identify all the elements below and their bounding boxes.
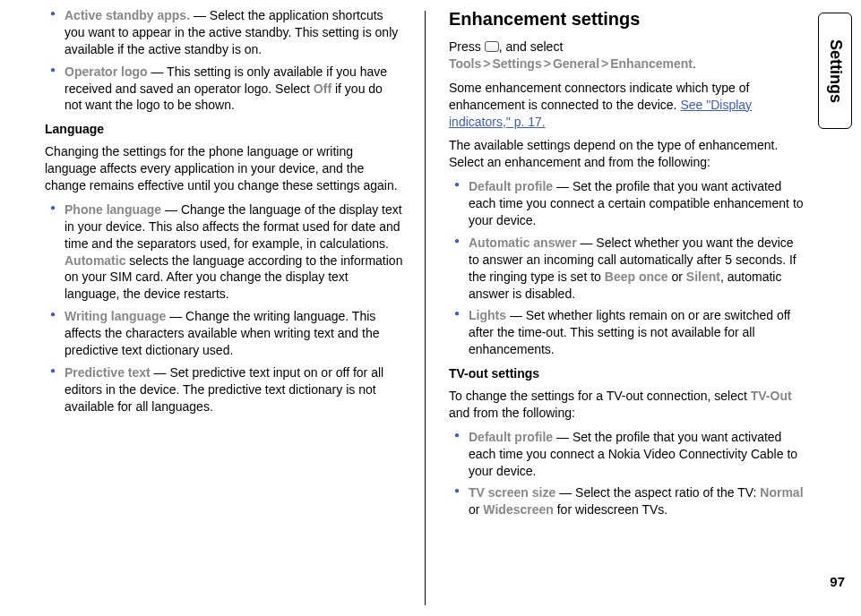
ui-off: Off xyxy=(314,81,331,96)
press-line: Press , and select Tools>Settings>Genera… xyxy=(449,38,807,73)
list-item: Lights — Set whether lights remain on or… xyxy=(449,307,807,358)
list-item: Predictive text — Set predictive text in… xyxy=(45,364,403,415)
language-bullets: Phone language — Change the language of … xyxy=(45,201,403,415)
column-divider xyxy=(425,11,426,605)
text: . xyxy=(693,56,696,71)
menu-key-icon xyxy=(485,41,499,52)
enhancement-bullets: Default profile — Set the profile that y… xyxy=(449,178,807,358)
ui-beep-once: Beep once xyxy=(605,270,668,284)
path-enhancement: Enhancement xyxy=(610,56,693,71)
text: and from the following: xyxy=(449,406,575,420)
text: for widescreen TVs. xyxy=(554,502,667,517)
ui-normal: Normal xyxy=(760,485,803,500)
enhancement-heading: Enhancement settings xyxy=(449,7,807,31)
breadcrumb-sep: > xyxy=(599,56,610,71)
term-operator-logo: Operator logo xyxy=(65,64,148,79)
connector-para: Some enhancement connectors indicate whi… xyxy=(449,80,807,131)
text: Press xyxy=(449,39,485,54)
page: Active standby apps. — Select the applic… xyxy=(0,0,861,616)
breadcrumb-sep: > xyxy=(542,56,553,71)
list-item: Operator logo — This setting is only ava… xyxy=(45,64,403,115)
list-item: TV screen size — Select the aspect ratio… xyxy=(449,484,807,518)
term-predictive-text: Predictive text xyxy=(65,365,151,380)
left-column: Active standby apps. — Select the applic… xyxy=(45,7,409,609)
ui-tv-out: TV-Out xyxy=(751,389,792,403)
text: or xyxy=(469,502,483,517)
term-tv-screen-size: TV screen size xyxy=(469,485,555,500)
path-general: General xyxy=(553,56,599,71)
list-item: Writing language — Change the writing la… xyxy=(45,308,403,359)
ui-automatic: Automatic xyxy=(65,253,125,268)
draft-watermark: Draft xyxy=(0,466,2,535)
term-automatic-answer: Automatic answer xyxy=(469,235,577,250)
term-writing-language: Writing language xyxy=(65,309,166,323)
language-intro: Changing the settings for the phone lang… xyxy=(45,143,403,194)
text: , and select xyxy=(499,39,564,54)
text: — Set whether lights remain on or are sw… xyxy=(469,308,790,356)
path-tools: Tools xyxy=(449,56,481,71)
term-active-standby-apps: Active standby apps. xyxy=(65,8,190,22)
text: To change the settings for a TV-out conn… xyxy=(449,389,751,403)
path-settings: Settings xyxy=(492,56,541,71)
term-lights: Lights xyxy=(469,308,506,322)
tv-out-bullets: Default profile — Set the profile that y… xyxy=(449,429,807,518)
right-column: Enhancement settings Press , and select … xyxy=(442,7,807,609)
term-default-profile: Default profile xyxy=(469,179,553,193)
list-item: Automatic answer — Select whether you wa… xyxy=(449,235,807,303)
standby-bullets: Active standby apps. — Select the applic… xyxy=(45,7,403,114)
term-tv-default-profile: Default profile xyxy=(469,430,553,444)
section-tab-label: Settings xyxy=(826,38,845,102)
term-phone-language: Phone language xyxy=(65,202,161,217)
breadcrumb-sep: > xyxy=(481,56,492,71)
tv-out-intro: To change the settings for a TV-out conn… xyxy=(449,388,807,422)
section-tab: Settings xyxy=(818,13,852,129)
list-item: Active standby apps. — Select the applic… xyxy=(45,7,403,58)
page-number: 97 xyxy=(830,574,845,589)
list-item: Default profile — Set the profile that y… xyxy=(449,178,807,229)
list-item: Default profile — Set the profile that y… xyxy=(449,429,807,480)
available-settings-para: The available settings depend on the typ… xyxy=(449,137,807,171)
text: or xyxy=(668,270,686,284)
tv-out-heading: TV-out settings xyxy=(449,365,807,382)
ui-widescreen: Widescreen xyxy=(483,502,553,517)
language-heading: Language xyxy=(45,121,403,138)
list-item: Phone language — Change the language of … xyxy=(45,201,403,303)
text: — Select the aspect ratio of the TV: xyxy=(555,485,760,500)
ui-silent: Silent xyxy=(686,270,720,284)
